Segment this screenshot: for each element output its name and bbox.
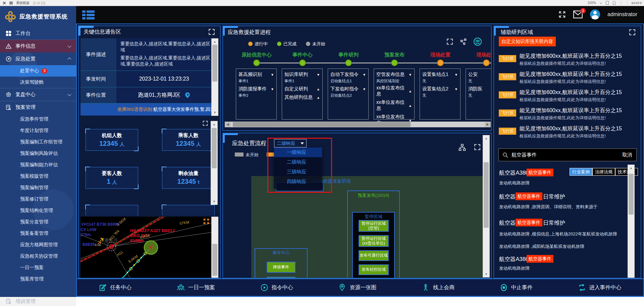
timeline-node[interactable] bbox=[253, 59, 260, 66]
tab-industry-cases[interactable]: 行业案例 bbox=[570, 168, 592, 176]
more-icon[interactable]: ⋮ bbox=[620, 1, 623, 5]
enter-event-center-button[interactable]: 进入事件中心 bbox=[578, 283, 622, 292]
sidebar-item-decision-cockpit[interactable]: 决策驾驶舱 bbox=[0, 77, 76, 88]
timeline-node[interactable] bbox=[483, 59, 490, 66]
radar-map[interactable]: ✈ ✈ ✈ 潘各庄 VH1147 B738 B6992 CX LHW 379m … bbox=[80, 217, 218, 278]
sidebar-item-training-mgmt[interactable]: 培训管理 bbox=[0, 297, 76, 306]
expand-icon[interactable] bbox=[629, 29, 636, 36]
timeline-node[interactable] bbox=[437, 59, 444, 66]
stage-item[interactable]: 消防医 bbox=[468, 86, 492, 92]
stage-item[interactable]: 消防接报事件▼ bbox=[238, 86, 274, 92]
sidebar-item-plan-library-mgmt[interactable]: 预案库管理 bbox=[0, 273, 76, 285]
online-consult-button[interactable]: 线上会商 bbox=[422, 283, 454, 292]
downgrade-event-button[interactable]: 降级事件 bbox=[267, 262, 296, 273]
stage-item[interactable]: 公安 bbox=[468, 72, 492, 78]
knowledge-item[interactable]: 飞行区 能见度增加600xx,航班延误率上升百分之15 根据机应急救援操作规范,… bbox=[494, 71, 641, 89]
sidebar-item-daily-plan[interactable]: 一日一预案 bbox=[0, 262, 76, 273]
knowledge-item[interactable]: 飞行区 能见度增加600xx,航班延误率上升百分之15 根据机应急救援操作规范,… bbox=[494, 89, 641, 107]
stage-item[interactable]: xx单位发布信息▲ bbox=[376, 99, 412, 112]
sidebar-item-grid-map-mgmt[interactable]: 应急方格网图管理 bbox=[0, 239, 76, 251]
stage-item[interactable]: 设置集结点2▼ bbox=[422, 86, 458, 92]
dropdown-option[interactable]: 四级响应 bbox=[274, 177, 322, 186]
sidebar-item-review-center[interactable]: 复盘中心 bbox=[0, 88, 76, 101]
timeline-node[interactable] bbox=[391, 59, 398, 66]
tab-laws[interactable]: 法律法规 bbox=[592, 168, 615, 176]
dropdown-option[interactable]: 三级响应 bbox=[274, 167, 322, 177]
sidebar-item-event-info[interactable]: 事件信息 bbox=[0, 40, 76, 52]
share-network-icon[interactable] bbox=[460, 38, 468, 46]
sidebar-item-handling-center[interactable]: 处置中心 3 bbox=[0, 65, 76, 77]
sidebar-item-workbench[interactable]: 工作台 bbox=[0, 27, 76, 40]
zoom-dropdown-icon[interactable] bbox=[600, 1, 602, 4]
pause-zone-button[interactable]: 暂停运行区域(空管) bbox=[359, 220, 389, 232]
pages-menu-icon[interactable] bbox=[9, 1, 13, 5]
link-icon[interactable] bbox=[613, 1, 615, 5]
knowledge-item[interactable]: 飞行区 能见度增加600xx,航班延误率上升百分之15 根据机应急救援操作规范,… bbox=[494, 107, 641, 125]
menu-circle-icon[interactable] bbox=[474, 38, 482, 46]
expand-icon[interactable] bbox=[474, 143, 481, 151]
sidebar-item-plan-workgroup-mgmt[interactable]: 预案编制工作组管理 bbox=[0, 136, 76, 148]
stage-item[interactable]: 自动下发指令▼ bbox=[330, 72, 366, 78]
stage-item[interactable]: 空管发布信息▼ bbox=[376, 72, 412, 78]
sidebar-item-plan-structure-mgmt[interactable]: 预案结构化管理 bbox=[0, 205, 76, 216]
stage-item[interactable]: 知识库研判▼ bbox=[284, 72, 320, 78]
cancel-button[interactable]: 取消 bbox=[622, 152, 632, 158]
expand-icon[interactable] bbox=[446, 38, 453, 45]
expand-icon[interactable] bbox=[202, 120, 208, 126]
dropdown-option[interactable]: 二级响应 bbox=[274, 157, 322, 167]
publish-sealed-button[interactable]: 发布封控区域 bbox=[359, 264, 389, 275]
location-pin-icon[interactable] bbox=[184, 91, 191, 98]
table-scrollbar[interactable]: ▲ ▼ bbox=[211, 38, 218, 116]
zoom-level[interactable]: 100% bbox=[588, 1, 596, 5]
mail-button[interactable]: 3 bbox=[573, 10, 583, 18]
custom-kb-button[interactable]: 自定义知识库强关联内容 bbox=[499, 37, 556, 46]
outline-icon[interactable] bbox=[606, 1, 609, 5]
close-tab-icon[interactable] bbox=[3, 1, 6, 5]
search-box[interactable]: 航空器事件 取消 bbox=[498, 148, 637, 161]
abort-event-button[interactable]: 中止事件 bbox=[500, 283, 533, 292]
sidebar-item-plan-risk-eval[interactable]: 预案编制风险评估 bbox=[0, 148, 76, 159]
sidebar-item-agreement-mgmt[interactable]: 应急相关协议管理 bbox=[0, 251, 76, 262]
stage-item[interactable]: 其他研判信息▲ bbox=[284, 94, 320, 100]
page-bottom-strip bbox=[0, 297, 644, 306]
task-center-button[interactable]: 任务中心 bbox=[99, 283, 131, 292]
sidebar-item-plan-compile-mgmt[interactable]: 预案编制管理 bbox=[0, 182, 76, 193]
stage-item[interactable]: 自定义研判▲ bbox=[284, 86, 320, 92]
publish-passable-button[interactable]: 发布可通行区域 bbox=[359, 250, 389, 261]
avatar[interactable] bbox=[590, 9, 600, 19]
sitemap-icon[interactable] bbox=[458, 143, 466, 151]
command-center-button[interactable]: 指令中心 bbox=[260, 283, 293, 292]
flow-scrollbar[interactable]: ▲ ▼ bbox=[483, 135, 490, 277]
stage-item[interactable]: xx单位发布信息▲ bbox=[376, 85, 412, 97]
process-hscrollbar[interactable]: ◀▶ bbox=[225, 122, 491, 127]
resource-map-button[interactable]: 资源一张图 bbox=[338, 283, 376, 292]
expand-icon[interactable] bbox=[208, 28, 215, 36]
sidebar-item-plan-management[interactable]: 预案管理 bbox=[0, 101, 76, 114]
pause-zone-button[interactable]: 暂停运行区域(xx责任单位) bbox=[359, 235, 389, 247]
sidebar-item-plan-filing-mgmt[interactable]: 预案备案管理 bbox=[0, 228, 76, 239]
daily-plan-button[interactable]: 一日一预案 bbox=[177, 283, 215, 292]
results-scrollbar[interactable]: ▲ bbox=[628, 165, 635, 278]
dropdown-option[interactable]: 一级响应 bbox=[274, 147, 322, 157]
timeline-node[interactable] bbox=[299, 59, 306, 66]
knowledge-item[interactable]: 飞行区 能见度增加600xx,航班延误率上升百分之15 根据机应急救援操作规范,… bbox=[494, 52, 641, 71]
fullscreen-icon[interactable] bbox=[558, 11, 566, 18]
timeline-node[interactable] bbox=[345, 59, 352, 66]
knowledge-item[interactable]: 飞行区 能见度增加600xx,航班延误率上升百分之15 根据机应急救援操作规范,… bbox=[494, 125, 641, 143]
stage-item[interactable]: 设置集结点1▼ bbox=[422, 72, 458, 78]
result-desc[interactable]: 发动机电路故障 ,咸阳机场某航班发动机故障 bbox=[499, 244, 625, 250]
expand-icon[interactable] bbox=[203, 218, 210, 225]
stats-scrollbar[interactable]: ▲ ▼ bbox=[211, 121, 218, 205]
sidebar-item-emergency-event-mgmt[interactable]: 应急事件管理 bbox=[0, 114, 76, 125]
sidebar-item-plan-distribution-mgmt[interactable]: 预案分发管理 bbox=[0, 216, 76, 228]
sidebar-item-plan-revision-mgmt[interactable]: 预案修订管理 bbox=[0, 193, 76, 205]
response-level-select[interactable]: 二级响应 bbox=[274, 139, 307, 147]
sidebar-item-plan-template-mgmt[interactable]: 预案模版管理 bbox=[0, 171, 76, 182]
stage-item[interactable]: 下发临时指令▼ bbox=[330, 86, 366, 92]
hamburger-menu-icon[interactable] bbox=[82, 10, 96, 20]
sidebar-item-plan-capability-eval[interactable]: 预案编制能力评估 bbox=[0, 159, 76, 171]
stage-item[interactable]: 甚高频识别▼ bbox=[238, 72, 274, 78]
sidebar-item-annual-plan-mgmt[interactable]: 年度计划管理 bbox=[0, 125, 76, 136]
sidebar-item-emergency-handling[interactable]: 应急处置 bbox=[0, 52, 76, 65]
map-scrollbar[interactable] bbox=[211, 217, 218, 278]
